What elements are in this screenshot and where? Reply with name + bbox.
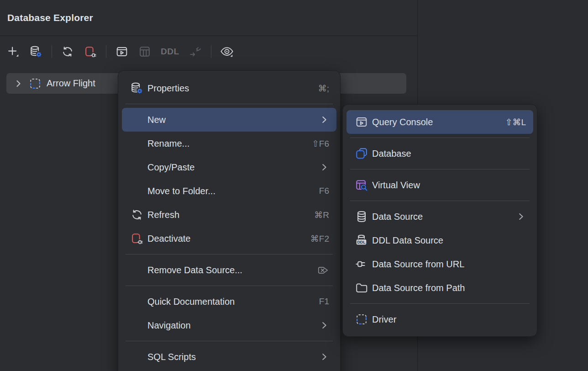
toolbar-deactivate-button[interactable] [81,42,100,61]
menu-separator [350,138,530,138]
refresh-icon [129,208,145,222]
panel-header: Database Explorer [0,0,417,36]
menu-item-remove-data-source[interactable]: Remove Data Source... [122,258,336,282]
virtual-view-icon [354,178,369,192]
tree-item-label: Arrow Flight [47,78,95,89]
query-console-icon [115,45,129,58]
query-console-icon [354,115,369,129]
data-source-icon [354,210,369,223]
menu-separator [350,201,530,201]
folder-icon [354,281,369,295]
menu-item-label: Deactivate [147,233,304,244]
datasource-properties-icon [129,81,145,95]
menu-item-label: Properties [147,83,312,94]
submenu-item-driver[interactable]: Driver [346,307,533,331]
menu-item-shortcut: ⇧⌘L [505,117,526,127]
menu-item-move-to-folder[interactable]: Move to Folder... F6 [122,179,336,203]
context-menu: Properties ⌘; New Rename... ⇧F6 Copy/Pas… [118,70,341,371]
submenu-chevron-icon [319,352,329,362]
menu-item-label: DDL Data Source [372,235,526,246]
menu-item-label: Driver [372,314,526,325]
toolbar-divider [52,45,52,58]
menu-item-label: Navigation [147,320,313,331]
menu-item-label: Rename... [147,138,305,149]
menu-item-copy-paste[interactable]: Copy/Paste [122,155,336,179]
driver-icon [28,77,42,90]
submenu-item-database[interactable]: Database [346,142,533,165]
menu-item-shortcut: ⌘R [314,210,329,220]
menu-item-label: SQL Scripts [147,352,313,362]
menu-item-label: Query Console [372,117,499,127]
menu-item-shortcut: F6 [319,186,329,196]
menu-item-label: Data Source from URL [372,259,526,270]
submenu-chevron-icon [319,320,329,330]
toolbar-datasource-properties-button[interactable] [26,42,46,61]
refresh-icon [61,45,74,58]
submenu-item-ddl-data-source[interactable]: DDL DDL Data Source [346,228,533,252]
ddl-label: DDL [161,47,179,57]
ddl-data-source-icon: DDL [354,233,369,247]
menu-item-label: Data Source [372,212,509,222]
deactivate-icon [84,45,97,58]
submenu-chevron-icon [516,212,526,222]
datasource-properties-icon [29,45,43,58]
submenu-item-data-source[interactable]: Data Source [346,205,533,228]
ddl-badge-text: DDL [357,240,366,244]
menu-item-rename[interactable]: Rename... ⇧F6 [122,132,336,155]
menu-item-label: Refresh [147,210,308,220]
menu-item-label: Virtual View [372,180,526,191]
submenu-chevron-icon [319,162,329,172]
menu-item-sql-scripts[interactable]: SQL Scripts [122,345,336,369]
menu-separator [126,286,333,286]
menu-item-shortcut: F1 [319,297,329,307]
jump-to-ddl-icon [189,45,202,58]
menu-separator [126,104,333,104]
menu-item-shortcut: ⌘; [318,83,329,94]
toolbar: DDL [4,41,236,62]
menu-item-refresh[interactable]: Refresh ⌘R [122,203,336,227]
menu-item-label: Remove Data Source... [147,265,310,276]
submenu-item-data-source-from-url[interactable]: Data Source from URL [346,252,533,276]
menu-item-label: Move to Folder... [147,186,313,196]
menu-item-label: Copy/Paste [147,162,313,173]
delete-forward-icon [317,264,329,276]
menu-item-label: Quick Documentation [147,297,313,307]
menu-item-new[interactable]: New [122,108,336,132]
driver-icon [354,313,369,326]
menu-item-properties[interactable]: Properties ⌘; [122,76,336,100]
menu-item-label: Data Source from Path [372,283,526,293]
toolbar-view-options-button[interactable] [217,42,236,61]
menu-item-deactivate[interactable]: Deactivate ⌘F2 [122,227,336,250]
new-submenu: Query Console ⇧⌘L Database Virtual [342,104,537,337]
submenu-item-data-source-from-path[interactable]: Data Source from Path [346,276,533,300]
toolbar-table-button [135,42,154,61]
menu-item-shortcut: ⇧F6 [312,138,329,149]
menu-item-quick-documentation[interactable]: Quick Documentation F1 [122,290,336,313]
database-icon [354,147,369,160]
menu-item-navigation[interactable]: Navigation [122,313,336,337]
menu-item-label: Database [372,148,526,159]
toolbar-add-button[interactable] [4,42,23,61]
toolbar-ddl-button: DDL [158,42,182,61]
toolbar-refresh-button[interactable] [58,42,77,61]
toolbar-query-console-button[interactable] [112,42,131,61]
view-options-icon [220,45,234,58]
submenu-chevron-icon [319,115,329,125]
toolbar-divider [106,45,106,58]
menu-item-label: New [147,115,313,125]
submenu-item-query-console[interactable]: Query Console ⇧⌘L [346,110,533,134]
plug-icon [354,257,369,271]
menu-separator [126,341,333,341]
add-icon [6,45,20,58]
toolbar-jump-button [186,42,205,61]
menu-separator [350,303,530,304]
chevron-right-icon[interactable] [13,78,24,89]
submenu-item-virtual-view[interactable]: Virtual View [346,173,533,197]
menu-item-shortcut: ⌘F2 [310,233,329,244]
menu-separator [350,169,530,170]
menu-separator [126,254,333,254]
page-title: Database Explorer [7,12,93,23]
deactivate-icon [129,232,145,245]
table-icon [138,45,152,58]
toolbar-divider [211,45,211,58]
